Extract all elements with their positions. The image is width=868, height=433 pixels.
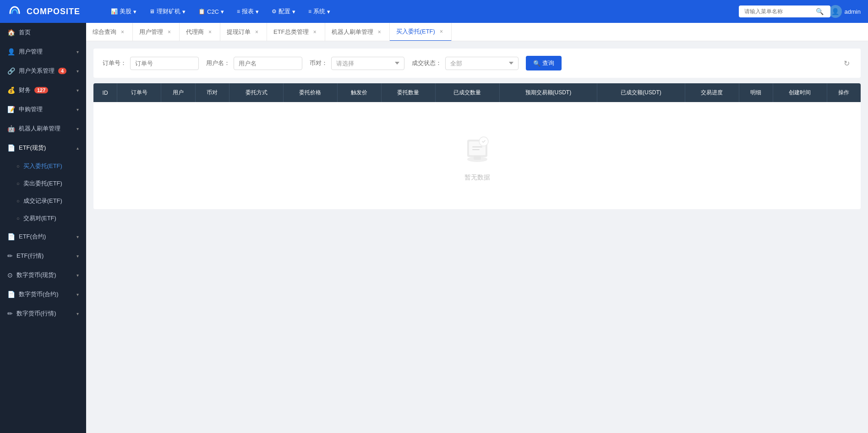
username: admin [845,8,861,15]
tab-close-robot-order[interactable]: × [376,28,383,36]
sidebar-item-home[interactable]: 🏠 首页 [0,23,86,42]
page-content: 订单号： 用户名： 币对： 请选择 成交状态： 全部 [86,41,868,433]
tab-close-overview[interactable]: × [119,28,126,36]
tab-user-mgmt[interactable]: 用户管理 × [133,23,180,41]
sidebar-item-etf-contract[interactable]: 📄 ETF(合约) ▾ [0,227,86,246]
col-order-price: 委托价格 [283,83,337,102]
chevron-down-icon: ▾ [76,273,79,278]
col-order-type: 委托方式 [229,83,284,102]
tab-close-user-mgmt[interactable]: × [166,28,173,36]
stocks-icon: 📊 [111,8,118,15]
table-header-row: ID 订单号 用户 币对 委托方式 委托价格 触发价 委托数量 已成交数量 预期… [93,83,861,102]
col-pair: 币对 [195,83,229,102]
order-no-label: 订单号： [103,59,126,67]
status-select[interactable]: 全部 [445,57,519,70]
nav-item-c2c[interactable]: 📋 C2C ▾ [193,5,229,18]
nav-right: 🔍 👤 admin [732,5,868,18]
tab-close-agent[interactable]: × [207,28,213,36]
pair-select[interactable]: 请选择 [331,57,404,70]
chevron-down-icon: ▾ [76,234,79,239]
sub-icon: ○ [16,181,20,186]
c2c-icon: 📋 [198,8,205,15]
nav-menu: 📊 美股 ▾ 🖥 理财矿机 ▾ 📋 C2C ▾ ≡ 报表 ▾ ⚙ 配置 ▾ ≡ … [105,5,732,18]
user-mgmt-icon: 👤 [7,48,15,55]
home-icon: 🏠 [7,29,15,36]
search-button[interactable]: 🔍 [816,8,824,15]
col-order-no: 订单号 [117,83,161,102]
finance-badge: 127 [34,87,48,93]
sidebar-sub-item-buy-etf[interactable]: ○ 买入委托(ETF) [0,157,86,175]
order-no-input[interactable] [130,57,199,70]
tab-close-buy-etf[interactable]: × [438,27,445,36]
tab-close-etf-total[interactable]: × [311,28,318,36]
finance-icon: 💰 [7,87,15,94]
nav-item-reports[interactable]: ≡ 报表 ▾ [231,5,264,18]
sidebar-item-subscription[interactable]: 📝 申购管理 ▾ [0,100,86,119]
username-input[interactable] [234,57,302,70]
sidebar-sub-item-sell-etf[interactable]: ○ 卖出委托(ETF) [0,175,86,192]
tab-bar: 综合查询 × 用户管理 × 代理商 × 提现订单 × ETF总类管理 × 机器人… [86,23,868,41]
sidebar-item-user-rel[interactable]: 🔗 用户关系管理 4 ▾ [0,61,86,81]
tab-overview[interactable]: 综合查询 × [86,23,133,41]
robot-icon: 🤖 [7,125,15,132]
filter-bar: 订单号： 用户名： 币对： 请选择 成交状态： 全部 [93,49,861,78]
nav-item-mining[interactable]: 🖥 理财矿机 ▾ [144,5,191,18]
data-table-container: ID 订单号 用户 币对 委托方式 委托价格 触发价 委托数量 已成交数量 预期… [93,83,861,209]
data-table: ID 订单号 用户 币对 委托方式 委托价格 触发价 委托数量 已成交数量 预期… [93,83,861,102]
status-filter: 成交状态： 全部 [412,57,519,70]
col-created-at: 创建时间 [773,83,827,102]
col-est-amount: 预期交易额(USDT) [499,83,597,102]
sidebar-item-etf-market[interactable]: ✏ ETF(行情) ▾ [0,246,86,265]
user-area[interactable]: 👤 admin [829,5,861,18]
sidebar-item-digital-contract[interactable]: 📄 数字货币(合约) ▾ [0,285,86,304]
digital-contract-icon: 📄 [7,291,15,298]
nav-item-config[interactable]: ⚙ 配置 ▾ [266,5,301,18]
sidebar-sub-item-pair-etf[interactable]: ○ 交易对(ETF) [0,210,86,227]
app-name: COMPOSITE [27,7,80,16]
chevron-down-icon: ▾ [76,88,79,93]
sidebar-item-robot-order[interactable]: 🤖 机器人刷单管理 ▾ [0,119,86,138]
tab-etf-total[interactable]: ETF总类管理 × [267,23,325,41]
sub-icon: ○ [16,163,20,169]
tab-buy-etf[interactable]: 买入委托(ETF) × [390,23,452,41]
col-trade-progress: 交易进度 [685,83,739,102]
empty-state: 暂无数据 [93,102,861,209]
svg-rect-3 [474,156,481,160]
logo-area: COMPOSITE [0,4,105,19]
tab-close-withdraw[interactable]: × [253,28,260,36]
col-order-qty: 委托数量 [382,83,436,102]
username-label: 用户名： [206,59,230,67]
sidebar-item-digital-spot[interactable]: ⊙ 数字货币(现货) ▾ [0,265,86,285]
tab-robot-order[interactable]: 机器人刷单管理 × [325,23,390,41]
user-rel-icon: 🔗 [7,67,15,75]
query-button[interactable]: 🔍 查询 [526,56,562,70]
col-filled-amount: 已成交额(USDT) [597,83,685,102]
tab-withdraw[interactable]: 提现订单 × [220,23,267,41]
etf-spot-icon: 📄 [7,144,15,152]
digital-spot-icon: ⊙ [7,271,13,279]
chevron-down-icon: ▾ [76,254,79,259]
sidebar-item-etf-spot[interactable]: 📄 ETF(现货) ▴ [0,138,86,157]
sub-icon: ○ [16,216,20,221]
user-rel-badge: 4 [58,68,66,74]
sidebar-item-user-mgmt[interactable]: 👤 用户管理 ▾ [0,42,86,61]
sidebar-item-digital-market[interactable]: ✏ 数字货币(行情) ▾ [0,304,86,323]
nav-item-system[interactable]: ≡ 系统 ▾ [303,5,336,18]
subscription-icon: 📝 [7,106,15,113]
sidebar: 🏠 首页 👤 用户管理 ▾ 🔗 用户关系管理 4 ▾ 💰 财务 [0,23,86,433]
etf-contract-icon: 📄 [7,233,15,240]
col-trigger-price: 触发价 [337,83,381,102]
sidebar-sub-item-trade-etf[interactable]: ○ 成交记录(ETF) [0,192,86,210]
reports-icon: ≡ [237,8,240,15]
refresh-button[interactable]: ↻ [842,57,852,70]
nav-item-stocks[interactable]: 📊 美股 ▾ [105,5,142,18]
mining-icon: 🖥 [149,8,155,15]
col-detail: 明细 [739,83,773,102]
pair-label: 币对： [310,59,328,67]
empty-text: 暂无数据 [464,173,490,182]
chevron-down-icon: ▾ [76,311,79,316]
content-area: 综合查询 × 用户管理 × 代理商 × 提现订单 × ETF总类管理 × 机器人… [86,23,868,433]
tab-agent[interactable]: 代理商 × [180,23,220,41]
username-filter: 用户名： [206,57,302,70]
sidebar-item-finance[interactable]: 💰 财务 127 ▾ [0,81,86,100]
